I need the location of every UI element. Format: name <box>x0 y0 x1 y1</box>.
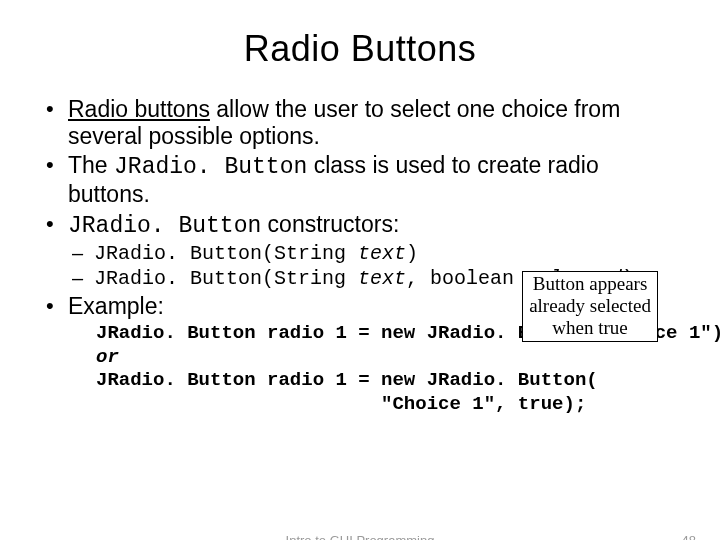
sub-1: JRadio. Button(String text) <box>94 241 680 266</box>
bullet-3-class: JRadio. Button <box>68 213 261 239</box>
callout-line-2: already selected <box>529 295 651 317</box>
bullet-1: Radio buttons allow the user to select o… <box>68 96 680 150</box>
example-line-4: "Choice 1", true); <box>96 393 680 417</box>
bullet-3-post: constructors: <box>261 211 399 237</box>
example-line-2: or <box>96 346 680 370</box>
bullet-2: The JRadio. Button class is used to crea… <box>68 152 680 208</box>
sub-1-c: ) <box>406 242 418 265</box>
sub-2-b: text <box>358 267 406 290</box>
sub-1-b: text <box>358 242 406 265</box>
sub-2-a: JRadio. Button(String <box>94 267 358 290</box>
sub-1-a: JRadio. Button(String <box>94 242 358 265</box>
bullet-1-term: Radio buttons <box>68 96 210 122</box>
callout-line-1: Button appears <box>529 273 651 295</box>
callout-box: Button appears already selected when tru… <box>522 271 658 342</box>
bullet-2-pre: The <box>68 152 114 178</box>
callout-line-3: when true <box>529 317 651 339</box>
slide: Radio Buttons Radio buttons allow the us… <box>0 28 720 540</box>
bullet-2-class: JRadio. Button <box>114 154 307 180</box>
slide-content: Radio buttons allow the user to select o… <box>0 96 720 417</box>
sub-2-c: , boolean <box>406 267 526 290</box>
bullet-4-text: Example: <box>68 293 164 319</box>
bullet-list: Radio buttons allow the user to select o… <box>40 96 680 417</box>
slide-title: Radio Buttons <box>0 28 720 70</box>
footer-text: Intro to GUI Programming <box>0 533 720 540</box>
page-number: 48 <box>682 533 696 540</box>
example-line-3: JRadio. Button radio 1 = new JRadio. But… <box>96 369 680 393</box>
